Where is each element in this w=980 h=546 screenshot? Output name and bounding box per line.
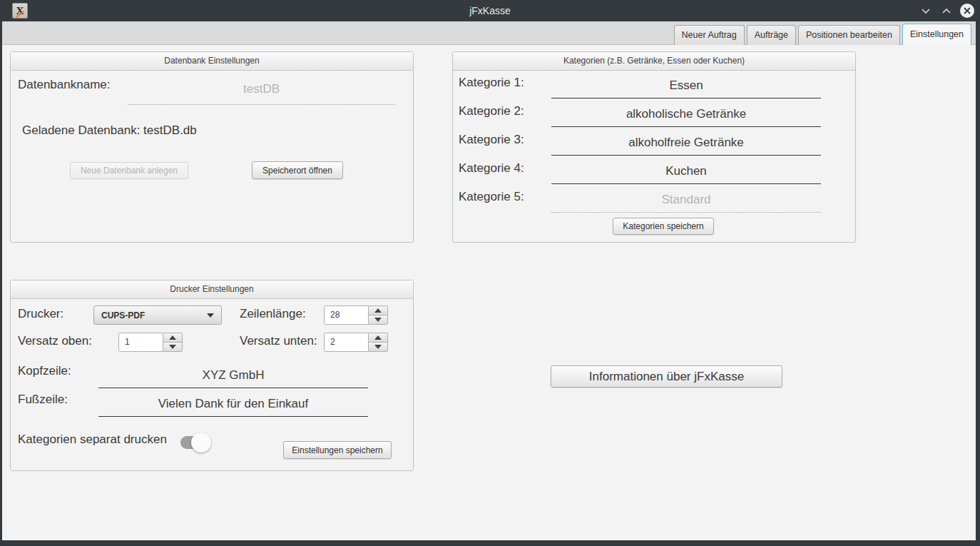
new-database-button[interactable]: Neue Datenbank anlegen — [70, 162, 188, 179]
save-settings-button[interactable]: Einstellungen speichern — [283, 441, 392, 459]
printer-panel-title: Drucker Einstellungen — [11, 280, 413, 299]
spin-up-icon[interactable] — [163, 333, 183, 342]
spin-up-icon[interactable] — [369, 333, 388, 342]
printer-settings-panel: Drucker Einstellungen Drucker: CUPS-PDF … — [10, 280, 414, 471]
receipt-header-label: Kopfzeile: — [18, 364, 71, 378]
window-title: jFxKasse — [0, 0, 980, 21]
spin-down-icon[interactable] — [369, 315, 388, 325]
close-icon[interactable] — [960, 4, 974, 18]
offset-bottom-label: Versatz unten: — [240, 334, 317, 348]
printer-select-value: CUPS-PDF — [101, 310, 145, 320]
database-name-label: Datenbankname: — [18, 78, 110, 92]
spin-down-icon[interactable] — [163, 342, 183, 352]
offset-top-label: Versatz oben: — [18, 334, 92, 348]
line-length-spinner: 28 — [324, 305, 388, 325]
tab-neuer-auftrag[interactable]: Neuer Auftrag — [674, 25, 745, 45]
category-5-label: Kategorie 5: — [459, 190, 524, 204]
line-length-label: Zeilenlänge: — [240, 307, 306, 321]
title-bar: X jFxKasse — [0, 0, 980, 21]
offset-bottom-value[interactable]: 2 — [324, 333, 369, 352]
toggle-knob — [191, 433, 211, 453]
printer-select[interactable]: CUPS-PDF — [93, 305, 222, 325]
minimize-icon[interactable] — [919, 4, 933, 18]
tab-positionen-bearbeiten[interactable]: Positionen bearbeiten — [798, 25, 900, 45]
categories-panel: Kategorien (z.B. Getränke, Essen oder Ku… — [452, 51, 856, 243]
tab-auftraege[interactable]: Aufträge — [747, 25, 796, 45]
tab-bar: Neuer Auftrag Aufträge Positionen bearbe… — [2, 21, 976, 45]
separate-categories-label: Kategorien separat drucken — [18, 433, 167, 447]
open-location-button[interactable]: Speicherort öffnen — [252, 161, 343, 179]
receipt-footer-label: Fußzeile: — [18, 393, 68, 407]
database-settings-panel: Datenbank Einstellungen Datenbankname: t… — [10, 51, 414, 243]
category-3-label: Kategorie 3: — [459, 133, 524, 147]
line-length-value[interactable]: 28 — [324, 305, 369, 325]
save-categories-button[interactable]: Kategorien speichern — [613, 218, 714, 235]
receipt-header-field[interactable]: XYZ GmbH — [98, 360, 368, 388]
window-controls — [919, 0, 974, 21]
database-name-field[interactable]: testDB — [128, 74, 395, 105]
maximize-icon[interactable] — [939, 4, 954, 18]
separate-categories-toggle[interactable] — [180, 436, 212, 449]
spin-down-icon[interactable] — [369, 342, 388, 352]
app-window: X jFxKasse Neuer Auftrag Aufträge Positi… — [0, 0, 980, 546]
about-jfxkasse-button[interactable]: Informationen über jFxKasse — [551, 365, 782, 388]
loaded-database-text: Geladene Datenbank: testDB.db — [22, 123, 197, 138]
receipt-footer-field[interactable]: Vielen Dank für den Einkauf — [98, 388, 368, 417]
offset-top-value[interactable]: 1 — [118, 333, 163, 352]
database-panel-title: Datenbank Einstellungen — [11, 52, 413, 71]
offset-bottom-spinner: 2 — [324, 333, 388, 352]
offset-top-spinner: 1 — [118, 333, 183, 352]
category-2-label: Kategorie 2: — [459, 104, 524, 118]
chevron-down-icon — [207, 313, 214, 318]
tab-einstellungen[interactable]: Einstellungen — [902, 24, 971, 45]
window-frame-bottom — [0, 540, 980, 546]
spin-up-icon[interactable] — [369, 305, 388, 315]
printer-label: Drucker: — [18, 307, 63, 321]
category-5-field[interactable]: Standard — [551, 180, 821, 213]
category-4-label: Kategorie 4: — [459, 161, 524, 176]
category-1-label: Kategorie 1: — [459, 76, 524, 90]
